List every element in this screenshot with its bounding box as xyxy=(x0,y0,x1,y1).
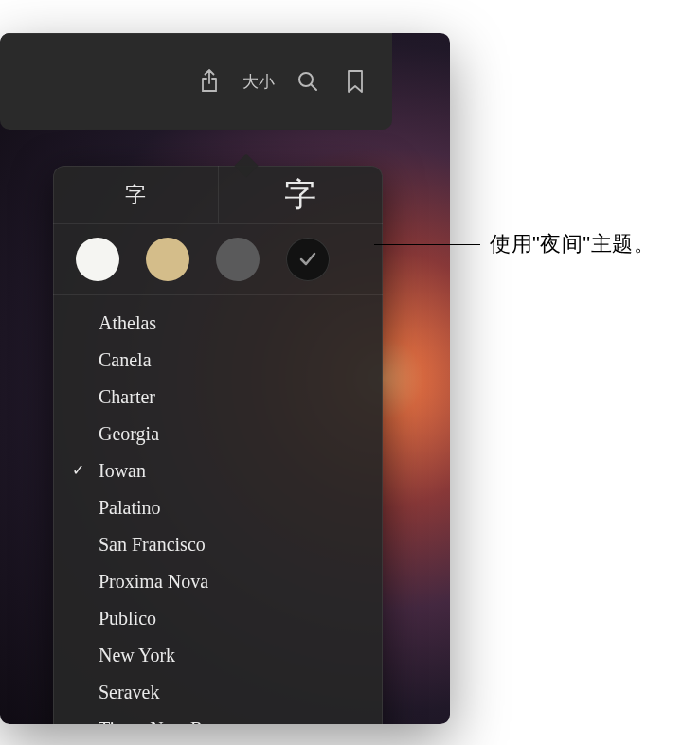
theme-night[interactable] xyxy=(286,238,330,281)
font-item[interactable]: Canela xyxy=(53,342,383,379)
checkmark-icon xyxy=(298,250,317,269)
bookmark-icon xyxy=(347,69,364,94)
font-item-label: Proxima Nova xyxy=(99,567,208,596)
increase-font-size-button[interactable]: 字 xyxy=(219,166,384,223)
font-item[interactable]: Georgia xyxy=(53,416,383,452)
font-item-label: Times New Roman xyxy=(99,715,245,724)
app-toolbar: 大小 xyxy=(0,33,392,130)
font-item[interactable]: New York xyxy=(53,637,383,674)
font-item[interactable]: Proxima Nova xyxy=(53,563,383,600)
theme-white[interactable] xyxy=(76,238,119,281)
bookmark-button[interactable] xyxy=(335,62,375,101)
font-item[interactable]: Palatino xyxy=(53,489,383,526)
font-item[interactable]: San Francisco xyxy=(53,526,383,563)
font-size-row: 字 字 xyxy=(53,166,383,224)
share-icon xyxy=(199,69,220,94)
font-item-label: Athelas xyxy=(99,309,156,338)
share-button[interactable] xyxy=(189,62,229,101)
font-item[interactable]: Publico xyxy=(53,600,383,637)
font-item-label: Publico xyxy=(99,604,156,633)
font-item[interactable]: Seravek xyxy=(53,674,383,711)
appearance-popover: 字 字 AthelasCanelaCharterGeorgia✓IowanPal… xyxy=(53,166,383,724)
font-item-label: Georgia xyxy=(99,419,159,449)
callout-text: 使用"夜间"主题。 xyxy=(490,230,655,258)
font-item[interactable]: Times New Roman xyxy=(53,711,383,724)
search-icon xyxy=(296,70,319,93)
font-item-label: New York xyxy=(99,641,175,670)
font-item[interactable]: Athelas xyxy=(53,305,383,342)
font-item[interactable]: ✓Iowan xyxy=(53,452,383,489)
font-item-label: Iowan xyxy=(99,456,146,486)
font-list: AthelasCanelaCharterGeorgia✓IowanPalatin… xyxy=(53,295,383,724)
font-item-label: Seravek xyxy=(99,678,159,707)
theme-row xyxy=(53,224,383,295)
annotation-callout: 使用"夜间"主题。 xyxy=(374,230,655,258)
search-button[interactable] xyxy=(288,62,328,101)
theme-gray[interactable] xyxy=(216,238,260,281)
theme-sepia[interactable] xyxy=(146,238,189,281)
appearance-button[interactable]: 大小 xyxy=(237,71,280,93)
font-item[interactable]: Charter xyxy=(53,379,383,416)
font-item-label: Canela xyxy=(99,346,152,375)
callout-leader-line xyxy=(374,244,480,245)
font-item-label: Palatino xyxy=(99,493,161,523)
font-item-checkmark: ✓ xyxy=(72,459,99,483)
window-background: 大小 字 字 AthelasCane xyxy=(0,33,450,724)
decrease-font-size-button[interactable]: 字 xyxy=(53,166,219,223)
font-item-label: Charter xyxy=(99,382,155,412)
font-item-label: San Francisco xyxy=(99,530,206,559)
